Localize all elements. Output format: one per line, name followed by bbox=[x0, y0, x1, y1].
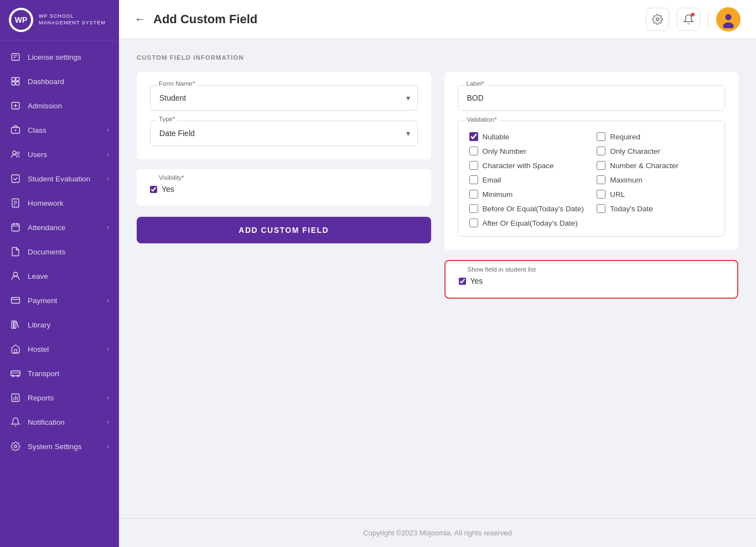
char-with-space-row: Character with Space bbox=[469, 161, 586, 170]
type-wrapper: Type* Date Field Text Field Number Field… bbox=[150, 121, 418, 146]
sidebar-logo: WP WP SCHOOL MANAGEMENT SYSTEM bbox=[0, 0, 119, 40]
char-with-space-label: Character with Space bbox=[483, 162, 554, 170]
only-number-row: Only Number bbox=[469, 147, 586, 155]
dashboard-icon bbox=[10, 76, 21, 87]
visibility-check-row: Yes bbox=[150, 179, 418, 196]
form-name-label: Form Name* bbox=[157, 80, 197, 87]
todays-date-row: Today's Date bbox=[597, 204, 713, 213]
svg-text:WP: WP bbox=[15, 15, 28, 24]
payment-arrow-icon: › bbox=[107, 296, 109, 304]
sidebar-item-library[interactable]: Library bbox=[0, 312, 119, 337]
svg-point-38 bbox=[14, 445, 17, 448]
notification-button[interactable] bbox=[677, 8, 700, 31]
type-label: Type* bbox=[157, 116, 177, 122]
visibility-group: Visibility* Yes bbox=[150, 179, 418, 196]
sidebar-item-hostel[interactable]: Hostel › bbox=[0, 337, 119, 361]
sidebar-item-dashboard[interactable]: Dashboard bbox=[0, 69, 119, 93]
header-left: ← Add Custom Field bbox=[134, 12, 257, 27]
sidebar-label-eval: Student Evaluation bbox=[28, 175, 100, 183]
type-select[interactable]: Date Field Text Field Number Field Dropd… bbox=[150, 121, 418, 146]
sidebar-item-class[interactable]: Class › bbox=[0, 118, 119, 142]
sidebar-label-documents: Documents bbox=[28, 248, 109, 256]
maximum-checkbox[interactable] bbox=[597, 175, 605, 184]
reports-icon bbox=[10, 392, 21, 403]
sidebar-item-documents[interactable]: Documents bbox=[0, 239, 119, 264]
sidebar-item-homework[interactable]: Homework bbox=[0, 191, 119, 215]
right-form-card: Label* Validation* Nullable bbox=[444, 72, 739, 250]
todays-date-checkbox[interactable] bbox=[597, 204, 605, 213]
add-custom-field-button[interactable]: ADD CUSTOM FIELD bbox=[137, 217, 431, 243]
after-or-equal-checkbox[interactable] bbox=[469, 218, 478, 227]
show-field-check-row: Yes bbox=[459, 271, 724, 288]
nullable-checkbox[interactable] bbox=[469, 132, 478, 141]
only-number-label: Only Number bbox=[483, 147, 527, 155]
char-with-space-checkbox[interactable] bbox=[469, 161, 478, 170]
header-right bbox=[646, 7, 741, 32]
leave-icon bbox=[10, 270, 21, 282]
visibility-checkbox[interactable] bbox=[150, 186, 157, 193]
users-icon bbox=[10, 149, 21, 160]
hostel-icon bbox=[10, 343, 21, 355]
users-arrow-icon: › bbox=[107, 150, 109, 158]
back-button[interactable]: ← bbox=[134, 13, 146, 25]
notification-badge bbox=[691, 13, 695, 17]
sidebar-item-transport[interactable]: Transport bbox=[0, 361, 119, 385]
maximum-row: Maximum bbox=[597, 175, 713, 184]
only-character-row: Only Character bbox=[597, 147, 713, 155]
evaluation-icon bbox=[10, 173, 21, 184]
gear-icon bbox=[652, 14, 663, 25]
svg-point-14 bbox=[17, 152, 19, 155]
settings-icon bbox=[10, 441, 21, 452]
svg-rect-28 bbox=[14, 321, 16, 329]
sidebar-item-attendance[interactable]: Attendance › bbox=[0, 215, 119, 239]
sidebar-label-homework: Homework bbox=[28, 199, 109, 207]
footer-text: Copyright ©2023 Mojoomla. All rights res… bbox=[363, 529, 511, 537]
after-or-equal-label: After Or Equal(Today's Date) bbox=[483, 219, 578, 227]
license-icon bbox=[10, 51, 21, 62]
library-icon bbox=[10, 319, 21, 330]
sidebar-item-leave[interactable]: Leave bbox=[0, 264, 119, 288]
attendance-arrow-icon: › bbox=[107, 223, 109, 231]
number-character-checkbox[interactable] bbox=[597, 161, 605, 170]
minimum-row: Minimum bbox=[469, 190, 586, 199]
label-input[interactable] bbox=[458, 85, 726, 111]
label-label: Label* bbox=[464, 80, 487, 87]
validation-label: Validation* bbox=[465, 116, 499, 123]
sidebar-item-student-eval[interactable]: Student Evaluation › bbox=[0, 166, 119, 191]
only-character-label: Only Character bbox=[610, 147, 660, 155]
right-column: Label* Validation* Nullable bbox=[444, 72, 739, 299]
sidebar-item-payment[interactable]: Payment › bbox=[0, 288, 119, 312]
sidebar-label-system-settings: System Settings bbox=[28, 442, 100, 451]
before-or-equal-checkbox[interactable] bbox=[469, 204, 478, 213]
svg-rect-27 bbox=[12, 321, 13, 329]
required-label: Required bbox=[610, 133, 640, 141]
sidebar-item-admission[interactable]: Admission bbox=[0, 93, 119, 118]
sidebar-item-reports[interactable]: Reports › bbox=[0, 385, 119, 410]
show-field-checkbox[interactable] bbox=[459, 278, 466, 285]
page-title: Add Custom Field bbox=[153, 12, 257, 27]
sidebar-label-class: Class bbox=[28, 126, 100, 134]
transport-icon bbox=[10, 368, 21, 379]
settings-button[interactable] bbox=[646, 8, 669, 31]
avatar[interactable] bbox=[716, 7, 741, 32]
form-name-select[interactable]: Student Teacher Staff bbox=[150, 85, 418, 111]
svg-point-41 bbox=[725, 14, 731, 20]
minimum-checkbox[interactable] bbox=[469, 190, 478, 199]
form-name-wrapper: Form Name* Student Teacher Staff bbox=[150, 85, 418, 111]
sidebar-item-license[interactable]: License settings bbox=[0, 45, 119, 69]
only-number-checkbox[interactable] bbox=[469, 147, 478, 155]
svg-rect-20 bbox=[12, 224, 19, 231]
email-checkbox[interactable] bbox=[469, 175, 478, 184]
required-checkbox[interactable] bbox=[597, 132, 605, 141]
sidebar-item-notification[interactable]: Notification › bbox=[0, 410, 119, 434]
svg-rect-7 bbox=[12, 82, 15, 85]
sidebar-label-admission: Admission bbox=[28, 102, 109, 110]
svg-point-13 bbox=[13, 151, 16, 154]
url-checkbox[interactable] bbox=[597, 190, 605, 199]
form-grid: Form Name* Student Teacher Staff bbox=[137, 72, 738, 299]
sidebar-item-system-settings[interactable]: System Settings › bbox=[0, 434, 119, 459]
before-or-equal-label: Before Or Equal(Today's Date) bbox=[483, 205, 584, 213]
only-character-checkbox[interactable] bbox=[597, 147, 605, 155]
email-row: Email bbox=[469, 175, 586, 184]
sidebar-item-users[interactable]: Users › bbox=[0, 142, 119, 166]
